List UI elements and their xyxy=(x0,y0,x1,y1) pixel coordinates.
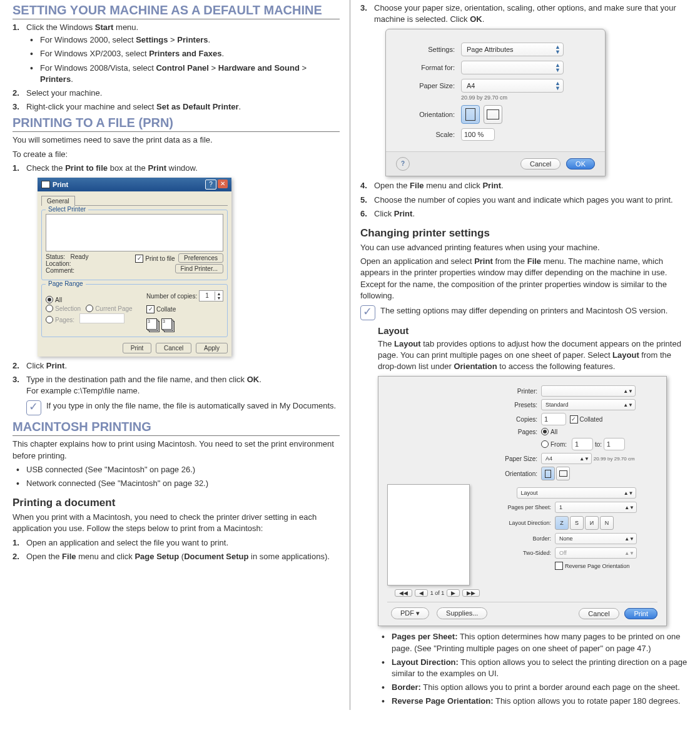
to-input[interactable]: 1 xyxy=(604,438,625,450)
collated-checkbox[interactable]: ✓Collated xyxy=(570,415,603,423)
prev-page-button[interactable]: ◀◀ xyxy=(395,589,412,597)
two-sided-select[interactable]: Off▲▼ xyxy=(555,547,637,559)
radio-selection[interactable]: Selection xyxy=(46,305,81,312)
step-text: Choose the number of copies you want and… xyxy=(374,195,673,205)
settings-select[interactable]: Page Attributes▲▼ xyxy=(461,43,564,56)
heading-layout: Layout xyxy=(378,325,687,336)
scale-label: Scale: xyxy=(398,131,461,138)
help-icon[interactable]: ? xyxy=(396,157,410,171)
printer-listbox[interactable] xyxy=(46,214,223,251)
steps-mac-print-cont: 3.Choose your paper size, orientation, s… xyxy=(360,3,687,25)
ok-button[interactable]: OK xyxy=(566,158,595,170)
mac-print-layout-dialog: Printer:▲▼ Presets:Standard▲▼ Copies:1 ✓… xyxy=(378,376,667,626)
scale-input[interactable]: 100 % xyxy=(461,128,495,141)
supplies-button[interactable]: Supplies... xyxy=(437,607,487,619)
pages-label: Pages: xyxy=(500,428,541,435)
location-label: Location: xyxy=(46,260,88,267)
step-text: Click Print. xyxy=(26,361,67,370)
collate-icon: 123 123 xyxy=(146,316,178,331)
page-counter: 1 of 1 xyxy=(430,590,445,596)
note-text: The setting options may differ depending… xyxy=(380,305,687,317)
prev-button[interactable]: ◀ xyxy=(415,589,428,597)
printer-label: Printer: xyxy=(500,388,541,395)
cancel-button[interactable]: Cancel xyxy=(579,608,619,619)
radio-from[interactable]: From: xyxy=(541,440,567,448)
radio-all[interactable]: All xyxy=(541,428,557,435)
note-icon xyxy=(26,400,41,415)
paragraph: When you print with a Macintosh, you nee… xyxy=(13,512,340,534)
cancel-button[interactable]: Cancel xyxy=(156,343,191,353)
heading-default-machine: SETTING YOUR MACHINE AS A DEFAULT MACHIN… xyxy=(13,3,340,19)
radio-all[interactable]: All xyxy=(46,296,62,303)
copies-input[interactable]: 1 xyxy=(541,413,566,425)
paper-size-select[interactable]: A4▲▼ xyxy=(541,453,592,464)
from-input[interactable]: 1 xyxy=(572,438,593,450)
paper-size-sub: 20.99 by 29.70 cm xyxy=(461,94,592,101)
page-preview xyxy=(387,484,470,586)
paper-size-sub: 20.99 by 29.70 cm xyxy=(594,456,635,462)
landscape-icon xyxy=(487,109,499,119)
steps-default-machine: 1. Click the Windows Start menu. For Win… xyxy=(13,22,340,113)
orientation-landscape-button[interactable] xyxy=(484,105,502,124)
fieldset-select-printer: Select Printer xyxy=(46,206,88,213)
pdf-button[interactable]: PDF ▾ xyxy=(391,607,429,619)
printer-select[interactable]: ▲▼ xyxy=(541,385,636,397)
status-label: Status: xyxy=(46,253,65,260)
radio-pages[interactable]: Pages: xyxy=(46,316,74,323)
paper-size-select[interactable]: A4▲▼ xyxy=(461,79,564,93)
orientation-label: Orientation: xyxy=(500,470,541,477)
preferences-button[interactable]: Preferences xyxy=(178,253,223,263)
radio-current-page[interactable]: Current Page xyxy=(86,305,132,312)
layout-dir-2-button[interactable]: S xyxy=(570,516,584,530)
print-button[interactable]: Print xyxy=(624,608,657,619)
format-for-select[interactable]: ▲▼ xyxy=(461,61,564,74)
paragraph: This chapter explains how to print using… xyxy=(13,439,340,461)
pages-input[interactable] xyxy=(79,313,124,323)
collate-checkbox[interactable]: ✓Collate xyxy=(146,305,176,313)
orientation-portrait-button[interactable] xyxy=(541,467,555,480)
fieldset-page-range: Page Range xyxy=(46,280,86,287)
bullet: Border: This option allows you to print … xyxy=(378,682,687,693)
panel-select[interactable]: Layout▲▼ xyxy=(517,487,636,499)
presets-label: Presets: xyxy=(500,402,541,408)
reverse-orientation-checkbox[interactable]: Reverse Page Orientation xyxy=(555,562,630,570)
page-footer: Printing_ 46 xyxy=(0,710,700,730)
pages-per-sheet-select[interactable]: 1▲▼ xyxy=(555,502,637,513)
format-for-label: Format for: xyxy=(398,64,461,71)
dialog-title: Print xyxy=(53,181,68,188)
windows-print-dialog: Print ? ✕ General Select Printer Status:… xyxy=(38,178,231,357)
next-page-button[interactable]: ▶▶ xyxy=(462,589,480,597)
border-select[interactable]: None▲▼ xyxy=(555,533,637,544)
steps-print-to-file: 1.Check the Print to file box at the Pri… xyxy=(13,163,340,174)
presets-select[interactable]: Standard▲▼ xyxy=(541,399,636,410)
layout-dir-1-button[interactable]: Z xyxy=(555,516,569,530)
find-printer-button[interactable]: Find Printer... xyxy=(175,264,223,273)
orientation-landscape-button[interactable] xyxy=(556,467,570,480)
steps-print-to-file-cont: 2.Click Print. 3.Type in the destination… xyxy=(13,360,340,397)
next-button[interactable]: ▶ xyxy=(447,589,460,597)
paragraph: You will sometimes need to save the prin… xyxy=(13,134,340,146)
heading-changing-settings: Changing printer settings xyxy=(360,227,687,240)
cancel-button[interactable]: Cancel xyxy=(520,158,561,170)
layout-dir-4-button[interactable]: N xyxy=(600,516,614,530)
apply-button[interactable]: Apply xyxy=(196,343,228,353)
copies-spinner[interactable]: 1▲▼ xyxy=(199,290,223,302)
heading-macintosh-printing: MACINTOSH PRINTING xyxy=(13,419,340,436)
settings-label: Settings: xyxy=(398,46,461,53)
step-text: Select your machine. xyxy=(26,88,102,98)
bullet: Pages per Sheet: This option determines … xyxy=(378,631,687,654)
orientation-label: Orientation: xyxy=(398,111,461,118)
print-to-file-checkbox[interactable]: ✓Print to file xyxy=(135,255,175,263)
to-label: to: xyxy=(595,441,602,448)
layout-dir-3-button[interactable]: И xyxy=(585,516,599,530)
close-icon[interactable]: ✕ xyxy=(218,180,228,188)
step-text: Type in the destination path and the fil… xyxy=(26,375,261,384)
print-button[interactable]: Print xyxy=(123,343,152,353)
substep: For Windows 2000, select Settings > Prin… xyxy=(26,34,340,46)
help-icon[interactable]: ? xyxy=(205,180,216,190)
orientation-portrait-button[interactable] xyxy=(461,105,480,124)
step-text: Click Print. xyxy=(374,209,415,218)
layout-direction-label: Layout Direction: xyxy=(495,520,555,526)
paper-size-label: Paper Size: xyxy=(398,82,461,89)
tab-general[interactable]: General xyxy=(41,196,75,206)
